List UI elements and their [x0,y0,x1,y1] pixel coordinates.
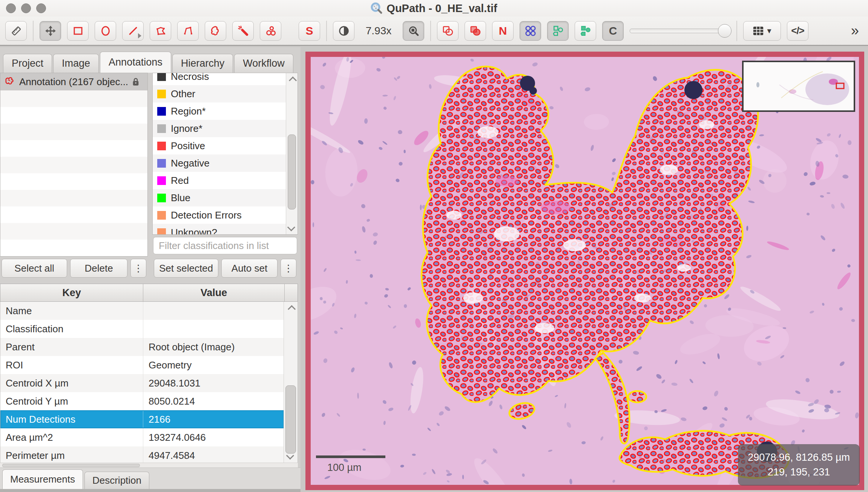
polygon-tool-button[interactable] [150,21,171,41]
measurements-scrollbar-thumb[interactable] [285,385,296,454]
opacity-slider-thumb[interactable] [718,24,732,38]
classification-item[interactable]: Blue [153,189,286,206]
classification-item[interactable]: Other [153,85,286,102]
annotation-more-options-button[interactable]: ⋮ [130,259,146,278]
table-row[interactable]: Centroid X µm29048.1031 [0,374,284,392]
line-tool-button[interactable] [122,21,144,41]
auto-set-button[interactable]: Auto set [221,259,278,278]
line-icon [127,25,139,37]
measurements-horizontal-scrollbar[interactable] [0,463,298,468]
classification-scrollbar-thumb[interactable] [288,134,296,209]
scroll-up-arrow-icon[interactable] [284,303,298,314]
window-title: QuPath - 0_HE_val.tif [386,2,497,15]
horizontal-scrollbar-thumb[interactable] [2,464,140,467]
measurements-scrollbar[interactable] [284,302,298,463]
tma-grid-button[interactable] [520,21,541,41]
annotation-list-empty-rows[interactable] [0,90,147,256]
rectangle-tool-button[interactable] [67,21,89,41]
show-annotations-button[interactable] [437,21,459,41]
classification-item[interactable]: Positive [153,137,286,154]
classification-item[interactable]: Region* [153,102,286,120]
scroll-down-arrow-icon[interactable] [286,222,298,234]
pane-splitter[interactable] [148,73,152,280]
window-controls [0,3,46,13]
classification-filter-input[interactable] [153,237,297,254]
fill-detections-button[interactable] [575,21,596,41]
table-row[interactable]: ROIGeometry [0,356,284,374]
move-tool-button[interactable] [40,21,61,41]
fill-annotations-button[interactable] [465,21,486,41]
table-row[interactable]: Classification [0,320,284,338]
tab-measurements[interactable]: Measurements [2,469,83,489]
maximize-window-button[interactable] [36,3,46,13]
measurements-table-header: Key Value [0,284,298,302]
classification-list[interactable]: Necrosis Other Region* Ignore* Positive … [152,73,298,235]
rectangle-icon [72,25,84,37]
table-row[interactable]: Centroid Y µm8050.0214 [0,392,284,410]
s-letter-label: S [305,24,313,37]
points-tool-button[interactable] [260,21,281,41]
toolbar: S 7.93x [0,17,868,46]
class-color-swatch [157,228,166,235]
brush-icon [210,25,221,37]
table-row[interactable]: Area µm^2193274.0646 [0,428,284,446]
select-all-button[interactable]: Select all [2,259,67,278]
brightness-contrast-button[interactable] [333,21,354,41]
scroll-down-arrow-icon[interactable] [284,451,298,462]
scroll-up-arrow-icon[interactable] [286,74,298,85]
annotation-object-list[interactable]: Annotation (2167 objec... [0,73,148,257]
overview-thumbnail[interactable] [742,61,855,112]
table-row[interactable]: ParentRoot object (Image) [0,338,284,356]
classification-item[interactable]: Red [153,172,286,189]
n-letter-label: N [499,24,507,37]
column-header-key[interactable]: Key [0,284,143,301]
close-window-button[interactable] [6,3,16,13]
classification-label: Other [171,88,195,100]
selection-s-button[interactable]: S [299,21,320,41]
classification-item[interactable]: Ignore* [153,120,286,137]
classification-scrollbar[interactable] [286,73,298,234]
tab-workflow[interactable]: Workflow [234,54,293,73]
toolbar-overflow-button[interactable]: » [851,23,863,39]
tab-image[interactable]: Image [53,54,99,73]
classification-item[interactable]: Necrosis [153,73,286,85]
tissue-canvas[interactable] [311,57,859,485]
script-editor-button[interactable]: </> [787,21,808,41]
minimize-window-button[interactable] [21,3,31,13]
set-selected-button[interactable]: Set selected [154,259,218,278]
annotation-scribble-icon [4,76,15,87]
classification-item[interactable]: Detection Errors [153,206,286,224]
slide-viewer[interactable]: 100 µm 29078.96, 8126.85 µm 219, 195, 23… [305,52,864,490]
zoom-to-fit-button[interactable] [403,21,424,41]
tma-grid-icon [524,25,537,37]
classification-item[interactable]: Negative [153,154,286,172]
classification-label: Detection Errors [171,209,242,221]
table-row[interactable]: Perimeter µm4947.4584 [0,446,284,463]
lock-icon [132,77,140,86]
ellipse-tool-button[interactable] [95,21,116,41]
column-header-value[interactable]: Value [143,284,285,301]
table-row-selected[interactable]: Num Detections2166 [0,410,284,428]
wand-tool-button[interactable] [232,21,254,41]
classification-more-options-button[interactable]: ⋮ [281,259,296,278]
polyline-tool-button[interactable] [177,21,199,41]
sidebar-bottom-edge [0,489,301,492]
tab-hierarchy[interactable]: Hierarchy [172,54,233,73]
show-detections-button[interactable] [547,21,569,41]
magnification-display[interactable]: 7.93x [360,25,397,37]
toolbar-separator [736,21,737,41]
delete-button[interactable]: Delete [70,259,127,278]
annotation-list-item-selected[interactable]: Annotation (2167 objec... [0,73,147,90]
ellipse-icon [100,25,111,37]
tab-project[interactable]: Project [3,54,52,73]
tab-annotations[interactable]: Annotations [100,52,171,73]
selection-mode-button[interactable] [5,21,27,41]
brush-tool-button[interactable] [205,21,226,41]
tab-description[interactable]: Description [84,472,149,489]
show-names-button[interactable]: N [492,21,514,41]
show-classifications-button[interactable]: C [602,21,624,41]
opacity-slider[interactable] [630,29,730,33]
classification-item[interactable]: Unknown? [153,224,286,235]
measurement-tables-button[interactable]: ▾ [743,21,781,41]
table-row[interactable]: Name [0,302,284,320]
